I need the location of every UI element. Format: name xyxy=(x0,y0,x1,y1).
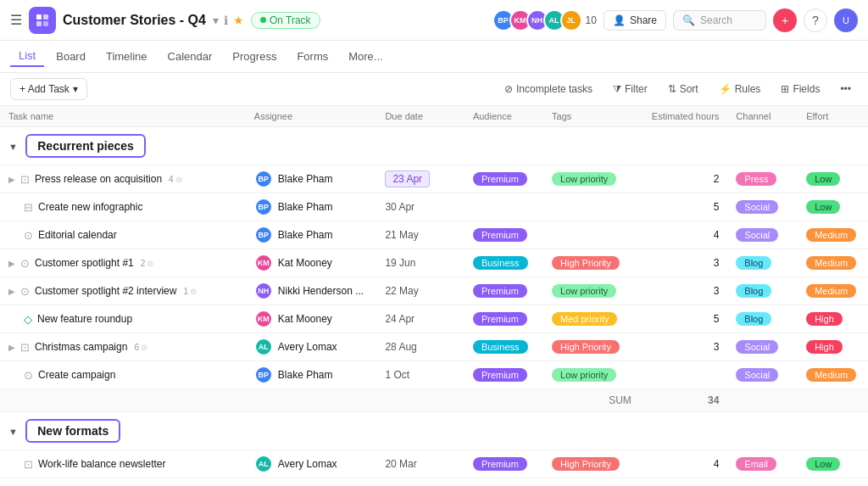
task-name[interactable]: Editorial calendar xyxy=(38,229,117,241)
tab-timeline[interactable]: Timeline xyxy=(97,47,156,66)
channel-cell: Email xyxy=(727,450,798,478)
section-toggle-recurrent[interactable]: ▼ xyxy=(8,142,18,152)
help-button[interactable]: ? xyxy=(804,8,827,32)
tab-progress[interactable]: Progress xyxy=(224,47,285,66)
assignee-name: Blake Pham xyxy=(278,229,333,241)
task-name-cell: ⊙ Editorial calendar xyxy=(0,221,246,249)
due-date: 28 Aug xyxy=(385,341,416,353)
tab-forms[interactable]: Forms xyxy=(288,47,337,66)
assignee-name: Kat Mooney xyxy=(278,313,332,325)
tags-cell: High Priority xyxy=(543,249,640,277)
sort-button[interactable]: ⇅ Sort xyxy=(661,80,705,98)
channel-cell: Social xyxy=(727,333,798,361)
effort-cell: Low xyxy=(798,165,868,193)
due-date: 30 Apr xyxy=(385,201,415,213)
effort-cell: High xyxy=(798,333,868,361)
audience-cell: Business xyxy=(465,249,543,277)
due-date-cell: 1 Oct xyxy=(376,361,464,389)
task-icon: ⊙ xyxy=(24,369,33,382)
dropdown-arrow-icon[interactable]: ▾ xyxy=(73,83,78,95)
assignee-cell: KM Kat Mooney xyxy=(246,249,377,277)
task-name[interactable]: Create campaign xyxy=(38,369,115,381)
channel-cell: Blog xyxy=(727,277,798,305)
due-date-cell: 23 Apr xyxy=(376,165,464,193)
add-button[interactable]: + xyxy=(773,8,797,32)
task-name[interactable]: New feature roundup xyxy=(37,313,132,325)
svg-rect-2 xyxy=(36,21,42,26)
rules-button[interactable]: ⚡ Rules xyxy=(712,80,768,98)
filter-button[interactable]: ⧩ Filter xyxy=(606,80,654,98)
assignee-cell: JL Jennifer Lu xyxy=(246,478,377,479)
tags-cell: Low priority xyxy=(543,165,640,193)
audience-badge: Premium xyxy=(473,312,527,326)
user-avatar[interactable]: U xyxy=(834,8,858,32)
task-name-cell: ▶ ⊡ Christmas campaign 6 ⊜ xyxy=(0,333,246,361)
more-options-button[interactable]: ••• xyxy=(833,80,858,98)
section-toggle-new-formats[interactable]: ▼ xyxy=(8,427,18,437)
tags-cell: High Priority xyxy=(543,333,640,361)
expand-arrow[interactable]: ▶ xyxy=(8,287,15,296)
assignee-cell: BP Blake Pham xyxy=(246,361,377,389)
tags-cell: Low priority xyxy=(543,361,640,389)
tab-list[interactable]: List xyxy=(10,46,44,67)
due-date: 1 Oct xyxy=(385,369,409,381)
effort-cell: Medium xyxy=(798,249,868,277)
channel-badge: Social xyxy=(736,340,778,354)
fields-button[interactable]: ⊞ Fields xyxy=(774,80,826,98)
svg-rect-3 xyxy=(43,21,48,26)
menu-icon[interactable]: ☰ xyxy=(10,12,22,28)
tab-calendar[interactable]: Calendar xyxy=(159,47,221,66)
channel-cell: Social xyxy=(727,193,798,221)
star-icon[interactable]: ★ xyxy=(233,14,244,27)
expand-arrow[interactable]: ▶ xyxy=(8,259,15,268)
audience-cell: Premium xyxy=(465,450,543,478)
task-icon: ⊙ xyxy=(20,257,30,270)
tags-badge: Low priority xyxy=(552,368,616,382)
incomplete-tasks-filter[interactable]: ⊘ Incomplete tasks xyxy=(498,80,599,98)
expand-arrow[interactable]: ▶ xyxy=(8,343,15,352)
task-name[interactable]: Work-life balance newsletter xyxy=(38,458,166,470)
assignee-avatar: BP xyxy=(254,170,273,188)
effort-cell: Low xyxy=(798,450,868,478)
chevron-down-icon[interactable]: ▾ xyxy=(213,14,219,27)
hours-cell: 4 xyxy=(640,450,727,478)
info-icon[interactable]: ℹ xyxy=(224,14,228,27)
effort-cell: Medium xyxy=(798,361,868,389)
due-date: 21 May xyxy=(385,229,418,241)
task-name[interactable]: Customer spotlight #1 xyxy=(35,257,134,269)
hours-cell: 4 xyxy=(640,221,727,249)
section-title-new-formats: New formats xyxy=(25,419,120,443)
task-icon: ⊙ xyxy=(20,285,30,298)
due-date-cell: 25 Mar xyxy=(376,478,464,479)
sum-label: SUM xyxy=(543,389,640,412)
audience-badge: Premium xyxy=(473,457,527,471)
assignee-cell: BP Blake Pham xyxy=(246,221,377,249)
sum-placeholder xyxy=(0,389,543,412)
avatar-count: 10 xyxy=(586,14,597,26)
task-name[interactable]: Create new infographic xyxy=(38,201,142,213)
tags-badge: Low priority xyxy=(552,172,616,186)
audience-cell: Premium xyxy=(465,165,543,193)
expand-arrow[interactable]: ▶ xyxy=(8,175,15,184)
share-button[interactable]: 👤 Share xyxy=(604,10,666,31)
table-container: Task name Assignee Due date Audience Tag… xyxy=(0,106,868,478)
task-name[interactable]: Customer spotlight #2 interview xyxy=(35,285,176,297)
task-name[interactable]: Press release on acquisition xyxy=(35,173,162,185)
col-task-name: Task name xyxy=(0,106,246,127)
assignee-cell: NH Nikki Henderson ... xyxy=(246,277,377,305)
avatar-group: BP KM NH AL JL 10 xyxy=(492,9,597,31)
search-box[interactable]: 🔍 Search xyxy=(673,10,766,31)
due-date: 22 May xyxy=(385,285,418,297)
tab-board[interactable]: Board xyxy=(47,47,94,66)
tags-cell xyxy=(543,193,640,221)
assignee-cell: BP Blake Pham xyxy=(246,193,377,221)
table-row: ▶ ⊡ Press release on acquisition 4 ⊜ BP … xyxy=(0,165,868,193)
channel-badge: Email xyxy=(736,457,776,471)
task-name[interactable]: Christmas campaign xyxy=(35,341,127,353)
audience-cell: Premium xyxy=(465,305,543,333)
task-name-cell: ⊟ Create new infographic xyxy=(0,193,246,221)
audience-cell: Premium xyxy=(465,221,543,249)
tab-more[interactable]: More... xyxy=(340,47,391,66)
tags-cell: Low priority xyxy=(543,277,640,305)
add-task-button[interactable]: + Add Task ▾ xyxy=(10,78,87,100)
